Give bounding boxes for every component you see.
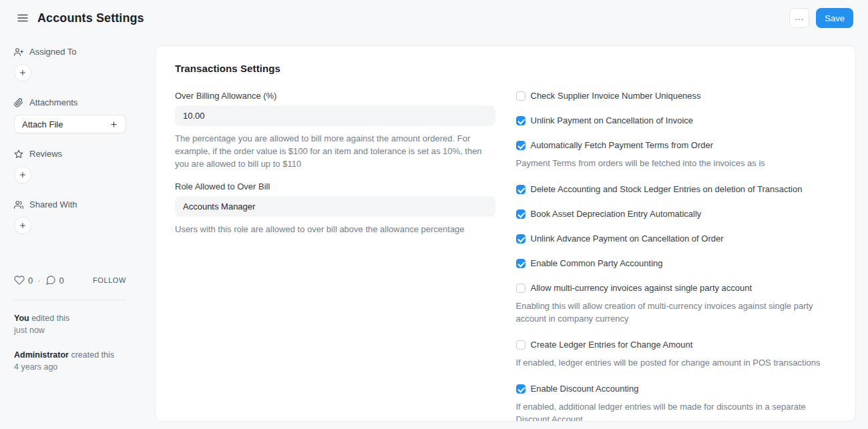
checkbox-item: Unlink Advance Payment on Cancellation o… <box>516 234 837 244</box>
checkbox[interactable] <box>516 141 525 150</box>
shared-with-section-header: Shared With <box>14 199 126 209</box>
checkbox[interactable] <box>516 209 525 219</box>
checkbox-label: Delete Accounting and Stock Ledger Entri… <box>531 184 803 194</box>
form-column-right: Check Supplier Invoice Number Uniqueness… <box>516 91 837 422</box>
checkbox-item: Automatically Fetch Payment Terms from O… <box>516 140 837 169</box>
users-icon <box>14 200 23 209</box>
comment-count: 0 <box>59 276 64 286</box>
checkbox-item: Unlink Payment on Cancellation of Invoic… <box>516 115 837 125</box>
attachments-label: Attachments <box>29 97 77 107</box>
checkbox[interactable] <box>516 234 525 244</box>
attachments-section-header: Attachments <box>14 97 126 107</box>
assigned-to-section-header: Assigned To <box>14 47 126 57</box>
like-count: 0 <box>28 276 33 286</box>
checkbox-label: Book Asset Depreciation Entry Automatica… <box>531 209 702 219</box>
checkbox-label: Enable Common Party Accounting <box>531 258 663 268</box>
add-assignment-button[interactable] <box>14 64 31 81</box>
checkbox-row[interactable]: Book Asset Depreciation Entry Automatica… <box>516 209 837 219</box>
checkbox-help: Payment Terms from orders will be fetche… <box>516 157 837 169</box>
follow-button[interactable]: FOLLOW <box>93 276 126 284</box>
hamburger-menu-button[interactable] <box>15 10 31 26</box>
checkbox-help: If enabled, additional ledger entries wi… <box>516 400 837 422</box>
transactions-settings-card: Transactions Settings Over Billing Allow… <box>155 45 856 422</box>
attach-file-label: Attach File <box>22 119 63 129</box>
activity-actor: Administrator <box>14 350 69 360</box>
plus-icon <box>110 120 118 129</box>
form-column-left: Over Billing Allowance (%) The percentag… <box>175 91 495 422</box>
plus-icon <box>19 222 27 230</box>
checkbox-item: Book Asset Depreciation Entry Automatica… <box>516 209 837 219</box>
role-allowed-to-over-bill-input[interactable] <box>175 196 495 217</box>
ellipsis-icon: ... <box>795 13 804 21</box>
activity-entry-edited: You edited this just now <box>14 312 126 336</box>
add-review-button[interactable] <box>14 166 31 183</box>
checkbox[interactable] <box>516 284 525 293</box>
heart-icon[interactable] <box>14 275 25 286</box>
checkbox-label: Automatically Fetch Payment Terms from O… <box>531 140 714 150</box>
sidebar-divider <box>14 300 126 300</box>
social-actions-row: 0 · 0 FOLLOW <box>14 275 126 286</box>
add-share-button[interactable] <box>14 217 31 234</box>
checkbox[interactable] <box>516 259 525 268</box>
assigned-to-label: Assigned To <box>29 47 77 57</box>
checkbox-row[interactable]: Check Supplier Invoice Number Uniqueness <box>516 91 837 101</box>
checkbox-row[interactable]: Allow multi-currency invoices against si… <box>516 283 837 293</box>
comment-icon[interactable] <box>45 275 56 286</box>
checkbox-label: Enable Discount Accounting <box>531 384 639 394</box>
star-icon <box>14 149 23 159</box>
header-actions: ... Save <box>789 8 853 28</box>
activity-entry-created: Administrator created this 4 years ago <box>14 349 126 373</box>
checkbox-item: Enable Common Party Accounting <box>516 258 837 268</box>
checkbox-row[interactable]: Enable Common Party Accounting <box>516 258 837 268</box>
checkbox-label: Allow multi-currency invoices against si… <box>531 283 752 293</box>
checkbox-label: Create Ledger Entries for Change Amount <box>531 340 693 350</box>
more-options-button[interactable]: ... <box>789 8 809 28</box>
checkbox-item: Check Supplier Invoice Number Uniqueness <box>516 91 837 101</box>
role-allowed-to-over-bill-help: Users with this role are allowed to over… <box>175 223 495 236</box>
checkbox-row[interactable]: Unlink Advance Payment on Cancellation o… <box>516 234 837 244</box>
attach-file-button[interactable]: Attach File <box>14 115 126 133</box>
over-billing-allowance-help: The percentage you are allowed to bill m… <box>175 132 495 170</box>
activity-time: 4 years ago <box>14 362 57 372</box>
checkbox[interactable] <box>516 384 525 394</box>
reviews-label: Reviews <box>29 149 62 159</box>
document-sidebar: Assigned To Attachments Attach File <box>14 47 126 386</box>
paperclip-icon <box>14 98 23 107</box>
over-billing-allowance-input[interactable] <box>175 105 495 126</box>
checkbox[interactable] <box>516 91 525 101</box>
section-title: Transactions Settings <box>175 63 836 74</box>
page-header: Accounts Settings ... Save <box>0 0 868 36</box>
checkbox-label: Unlink Payment on Cancellation of Invoic… <box>531 115 694 125</box>
checkbox[interactable] <box>516 340 525 350</box>
checkbox-row[interactable]: Enable Discount Accounting <box>516 384 837 394</box>
activity-action: created this <box>71 350 114 360</box>
checkbox-row[interactable]: Automatically Fetch Payment Terms from O… <box>516 140 837 150</box>
checkbox-item: Delete Accounting and Stock Ledger Entri… <box>516 184 837 194</box>
over-billing-allowance-label: Over Billing Allowance (%) <box>175 91 495 101</box>
checkbox-item: Allow multi-currency invoices against si… <box>516 283 837 325</box>
checkbox-help: Enabling this will allow creation of mul… <box>516 300 837 325</box>
checkbox-label: Check Supplier Invoice Number Uniqueness <box>531 91 701 101</box>
checkbox[interactable] <box>516 185 525 194</box>
count-separator: · <box>37 276 40 286</box>
checkbox-item: Enable Discount Accounting If enabled, a… <box>516 384 837 422</box>
checkbox-help: If enabled, ledger entries will be poste… <box>516 356 837 369</box>
activity-time: just now <box>14 326 45 335</box>
checkbox-row[interactable]: Delete Accounting and Stock Ledger Entri… <box>516 184 837 194</box>
activity-actor: You <box>14 314 29 323</box>
checkbox-item: Create Ledger Entries for Change Amount … <box>516 340 837 369</box>
shared-with-label: Shared With <box>29 199 77 209</box>
save-button[interactable]: Save <box>816 8 853 28</box>
page-title: Accounts Settings <box>37 11 144 25</box>
checkbox-row[interactable]: Unlink Payment on Cancellation of Invoic… <box>516 115 837 125</box>
plus-icon <box>19 171 27 179</box>
role-allowed-to-over-bill-label: Role Allowed to Over Bill <box>175 181 495 191</box>
activity-action: edited this <box>31 314 69 323</box>
plus-icon <box>19 69 27 77</box>
checkbox-label: Unlink Advance Payment on Cancellation o… <box>531 234 724 244</box>
reviews-section-header: Reviews <box>14 149 126 159</box>
assign-user-icon <box>14 47 23 57</box>
checkbox-row[interactable]: Create Ledger Entries for Change Amount <box>516 340 837 350</box>
checkbox[interactable] <box>516 116 525 125</box>
hamburger-menu-icon <box>17 12 29 24</box>
